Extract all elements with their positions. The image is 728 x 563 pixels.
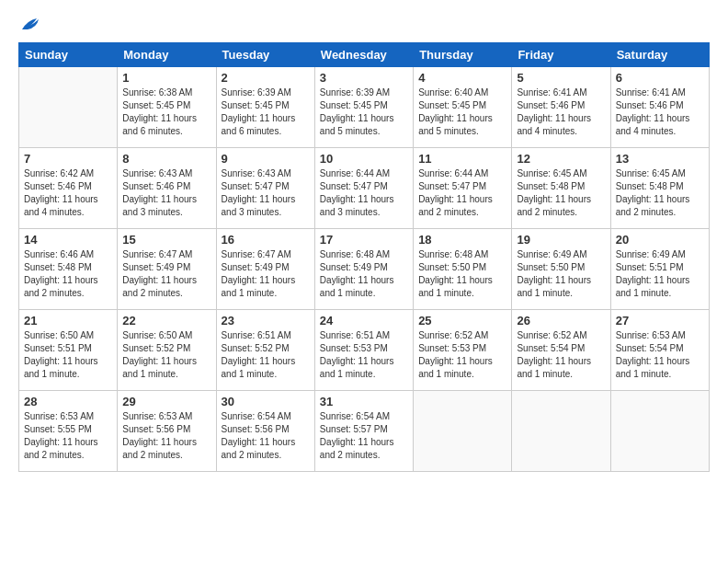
table-row: 16Sunrise: 6:47 AMSunset: 5:49 PMDayligh…	[216, 229, 314, 310]
sun-info: Sunrise: 6:43 AMSunset: 5:46 PMDaylight:…	[122, 167, 210, 219]
day-number: 6	[616, 71, 704, 85]
logo	[18, 17, 40, 33]
calendar-week-row: 14Sunrise: 6:46 AMSunset: 5:48 PMDayligh…	[19, 229, 710, 310]
table-row: 17Sunrise: 6:48 AMSunset: 5:49 PMDayligh…	[314, 229, 413, 310]
sun-info: Sunrise: 6:45 AMSunset: 5:48 PMDaylight:…	[616, 167, 704, 219]
calendar-week-row: 1Sunrise: 6:38 AMSunset: 5:45 PMDaylight…	[19, 67, 710, 148]
day-number: 19	[517, 233, 605, 247]
calendar-week-row: 28Sunrise: 6:53 AMSunset: 5:55 PMDayligh…	[19, 391, 710, 472]
day-number: 11	[418, 152, 506, 166]
sun-info: Sunrise: 6:52 AMSunset: 5:53 PMDaylight:…	[418, 329, 506, 381]
day-number: 22	[122, 314, 210, 327]
day-number: 29	[122, 395, 210, 408]
table-row: 7Sunrise: 6:42 AMSunset: 5:46 PMDaylight…	[19, 148, 118, 229]
sun-info: Sunrise: 6:42 AMSunset: 5:46 PMDaylight:…	[24, 167, 112, 219]
day-number: 17	[320, 233, 408, 247]
col-sunday: Sunday	[19, 43, 118, 67]
day-number: 24	[320, 314, 408, 327]
day-number: 8	[122, 152, 210, 166]
day-number: 16	[222, 233, 310, 247]
table-row	[610, 391, 709, 472]
day-number: 26	[517, 314, 605, 327]
day-number: 21	[24, 314, 112, 327]
table-row	[19, 67, 118, 148]
table-row: 10Sunrise: 6:44 AMSunset: 5:47 PMDayligh…	[314, 148, 413, 229]
table-row: 24Sunrise: 6:51 AMSunset: 5:53 PMDayligh…	[314, 310, 413, 391]
day-number: 2	[222, 71, 310, 85]
table-row	[512, 391, 610, 472]
day-number: 31	[320, 395, 408, 408]
sun-info: Sunrise: 6:53 AMSunset: 5:55 PMDaylight:…	[24, 410, 112, 462]
table-row: 23Sunrise: 6:51 AMSunset: 5:52 PMDayligh…	[216, 310, 314, 391]
table-row: 11Sunrise: 6:44 AMSunset: 5:47 PMDayligh…	[414, 148, 512, 229]
sun-info: Sunrise: 6:40 AMSunset: 5:45 PMDaylight:…	[418, 86, 506, 138]
day-number: 7	[24, 152, 112, 166]
day-number: 23	[222, 314, 310, 327]
calendar-table: Sunday Monday Tuesday Wednesday Thursday…	[18, 42, 710, 472]
table-row: 18Sunrise: 6:48 AMSunset: 5:50 PMDayligh…	[414, 229, 512, 310]
table-row: 21Sunrise: 6:50 AMSunset: 5:51 PMDayligh…	[19, 310, 118, 391]
col-thursday: Thursday	[414, 43, 512, 67]
table-row: 6Sunrise: 6:41 AMSunset: 5:46 PMDaylight…	[610, 67, 709, 148]
col-wednesday: Wednesday	[314, 43, 413, 67]
day-number: 4	[418, 71, 506, 85]
table-row: 25Sunrise: 6:52 AMSunset: 5:53 PMDayligh…	[414, 310, 512, 391]
sun-info: Sunrise: 6:52 AMSunset: 5:54 PMDaylight:…	[517, 329, 605, 381]
day-number: 14	[24, 233, 112, 247]
table-row: 13Sunrise: 6:45 AMSunset: 5:48 PMDayligh…	[610, 148, 709, 229]
sun-info: Sunrise: 6:53 AMSunset: 5:56 PMDaylight:…	[122, 410, 210, 462]
sun-info: Sunrise: 6:48 AMSunset: 5:50 PMDaylight:…	[418, 248, 506, 300]
sun-info: Sunrise: 6:46 AMSunset: 5:48 PMDaylight:…	[24, 248, 112, 300]
table-row: 28Sunrise: 6:53 AMSunset: 5:55 PMDayligh…	[19, 391, 118, 472]
day-number: 20	[616, 233, 704, 247]
sun-info: Sunrise: 6:38 AMSunset: 5:45 PMDaylight:…	[122, 86, 210, 138]
table-row: 27Sunrise: 6:53 AMSunset: 5:54 PMDayligh…	[610, 310, 709, 391]
day-number: 12	[517, 152, 605, 166]
day-number: 25	[418, 314, 506, 327]
table-row: 29Sunrise: 6:53 AMSunset: 5:56 PMDayligh…	[118, 391, 216, 472]
table-row: 20Sunrise: 6:49 AMSunset: 5:51 PMDayligh…	[610, 229, 709, 310]
sun-info: Sunrise: 6:48 AMSunset: 5:49 PMDaylight:…	[320, 248, 408, 300]
table-row	[414, 391, 512, 472]
sun-info: Sunrise: 6:50 AMSunset: 5:52 PMDaylight:…	[122, 329, 210, 381]
sun-info: Sunrise: 6:54 AMSunset: 5:57 PMDaylight:…	[320, 410, 408, 462]
table-row: 2Sunrise: 6:39 AMSunset: 5:45 PMDaylight…	[216, 67, 314, 148]
table-row: 31Sunrise: 6:54 AMSunset: 5:57 PMDayligh…	[314, 391, 413, 472]
sun-info: Sunrise: 6:49 AMSunset: 5:51 PMDaylight:…	[616, 248, 704, 300]
table-row: 15Sunrise: 6:47 AMSunset: 5:49 PMDayligh…	[118, 229, 216, 310]
day-number: 18	[418, 233, 506, 247]
col-tuesday: Tuesday	[216, 43, 314, 67]
sun-info: Sunrise: 6:53 AMSunset: 5:54 PMDaylight:…	[616, 329, 704, 381]
sun-info: Sunrise: 6:45 AMSunset: 5:48 PMDaylight:…	[517, 167, 605, 219]
sun-info: Sunrise: 6:41 AMSunset: 5:46 PMDaylight:…	[616, 86, 704, 138]
sun-info: Sunrise: 6:54 AMSunset: 5:56 PMDaylight:…	[222, 410, 310, 462]
calendar-header-row: Sunday Monday Tuesday Wednesday Thursday…	[19, 43, 710, 67]
day-number: 28	[24, 395, 112, 408]
table-row: 3Sunrise: 6:39 AMSunset: 5:45 PMDaylight…	[314, 67, 413, 148]
col-monday: Monday	[118, 43, 216, 67]
sun-info: Sunrise: 6:39 AMSunset: 5:45 PMDaylight:…	[222, 86, 310, 138]
sun-info: Sunrise: 6:44 AMSunset: 5:47 PMDaylight:…	[320, 167, 408, 219]
sun-info: Sunrise: 6:47 AMSunset: 5:49 PMDaylight:…	[222, 248, 310, 300]
calendar-week-row: 7Sunrise: 6:42 AMSunset: 5:46 PMDaylight…	[19, 148, 710, 229]
day-number: 9	[222, 152, 310, 166]
sun-info: Sunrise: 6:51 AMSunset: 5:53 PMDaylight:…	[320, 329, 408, 381]
table-row: 26Sunrise: 6:52 AMSunset: 5:54 PMDayligh…	[512, 310, 610, 391]
col-friday: Friday	[512, 43, 610, 67]
table-row: 8Sunrise: 6:43 AMSunset: 5:46 PMDaylight…	[118, 148, 216, 229]
day-number: 1	[122, 71, 210, 85]
table-row: 14Sunrise: 6:46 AMSunset: 5:48 PMDayligh…	[19, 229, 118, 310]
day-number: 10	[320, 152, 408, 166]
table-row: 5Sunrise: 6:41 AMSunset: 5:46 PMDaylight…	[512, 67, 610, 148]
day-number: 27	[616, 314, 704, 327]
sun-info: Sunrise: 6:43 AMSunset: 5:47 PMDaylight:…	[222, 167, 310, 219]
sun-info: Sunrise: 6:51 AMSunset: 5:52 PMDaylight:…	[222, 329, 310, 381]
table-row: 22Sunrise: 6:50 AMSunset: 5:52 PMDayligh…	[118, 310, 216, 391]
sun-info: Sunrise: 6:47 AMSunset: 5:49 PMDaylight:…	[122, 248, 210, 300]
day-number: 15	[122, 233, 210, 247]
day-number: 30	[222, 395, 310, 408]
day-number: 13	[616, 152, 704, 166]
col-saturday: Saturday	[610, 43, 709, 67]
sun-info: Sunrise: 6:49 AMSunset: 5:50 PMDaylight:…	[517, 248, 605, 300]
table-row: 9Sunrise: 6:43 AMSunset: 5:47 PMDaylight…	[216, 148, 314, 229]
